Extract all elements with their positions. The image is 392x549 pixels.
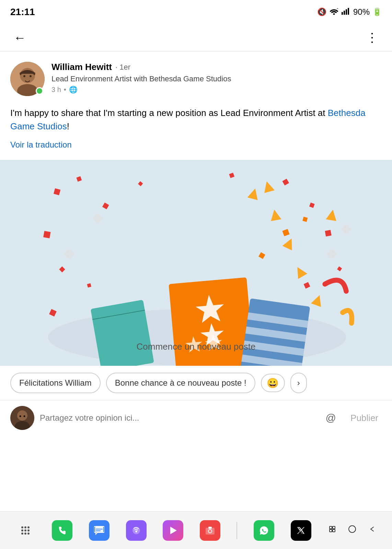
status-icons: 🔇 ⌃ 90% 🔋 [317, 7, 382, 17]
nav-back-icon[interactable] [367, 524, 377, 536]
svg-rect-4 [346, 9, 347, 15]
svg-rect-16 [43, 231, 51, 238]
reaction-chip-emoji[interactable]: 😀 [261, 374, 285, 392]
svg-rect-75 [208, 527, 212, 529]
online-indicator [36, 87, 43, 95]
svg-rect-22 [325, 230, 332, 236]
svg-point-66 [27, 533, 30, 535]
svg-rect-3 [344, 11, 345, 15]
signal-icon [342, 7, 350, 17]
svg-text:⌃: ⌃ [336, 8, 339, 11]
x-twitter-icon[interactable] [291, 520, 311, 541]
comment-input[interactable] [40, 413, 315, 423]
svg-point-80 [349, 526, 356, 533]
svg-rect-41 [169, 277, 254, 366]
svg-rect-78 [330, 529, 332, 532]
svg-point-61 [21, 529, 23, 532]
profile-meta: 3 h • 🌐 [51, 85, 382, 94]
profile-name-row: William Hewitt · 1er [51, 62, 382, 72]
phone-app-icon[interactable] [52, 520, 72, 541]
play-store-icon[interactable] [163, 520, 183, 541]
back-button[interactable]: ← [10, 27, 30, 48]
profile-name[interactable]: William Hewitt [51, 62, 112, 72]
svg-rect-69 [96, 530, 101, 531]
camera-app-icon[interactable] [200, 520, 220, 541]
comment-section: @ Publier [0, 400, 392, 435]
reaction-chip-bonne-chance[interactable]: Bonne chance à ce nouveau poste ! [106, 373, 255, 393]
svg-point-9 [23, 75, 25, 77]
profile-title: Lead Environment Artist with Bethesda Ga… [51, 74, 382, 83]
post-text-end: ! [67, 121, 69, 131]
svg-point-58 [21, 526, 23, 528]
svg-point-60 [27, 526, 30, 528]
svg-rect-5 [348, 8, 349, 15]
nav-bar: ← ⋮ [0, 24, 392, 51]
battery-text: 90% [353, 7, 370, 17]
globe-icon: 🌐 [69, 85, 78, 94]
svg-rect-68 [96, 529, 103, 529]
svg-marker-72 [170, 527, 177, 534]
profile-degree: · 1er [115, 63, 130, 72]
svg-rect-77 [333, 526, 335, 529]
apps-grid-icon[interactable] [15, 520, 36, 541]
wifi-icon: ⌃ [329, 7, 339, 17]
mute-icon: 🔇 [317, 8, 326, 16]
profile-info: William Hewitt · 1er Lead Environment Ar… [51, 62, 382, 94]
svg-point-54 [17, 410, 27, 421]
svg-rect-76 [330, 526, 332, 529]
svg-point-0 [333, 13, 335, 15]
publish-button[interactable]: Publier [347, 413, 382, 423]
svg-point-56 [20, 416, 21, 417]
bottom-nav [0, 511, 392, 549]
svg-point-63 [27, 529, 30, 532]
battery-icon: 🔋 [372, 8, 382, 16]
post-text: I'm happy to share that I'm starting a n… [0, 103, 392, 140]
reaction-chip-1-label: Félicitations William [19, 378, 92, 388]
voip-app-icon[interactable] [126, 520, 147, 541]
svg-point-64 [21, 533, 23, 535]
comment-input-container [40, 413, 315, 423]
translation-link[interactable]: Voir la traduction [0, 140, 392, 160]
reaction-chip-felicitations[interactable]: Félicitations William [10, 373, 101, 393]
reaction-emoji: 😀 [267, 377, 279, 389]
celebration-label: Commence un nouveau poste [137, 341, 256, 352]
profile-section: William Hewitt · 1er Lead Environment Ar… [0, 51, 392, 103]
nav-divider [237, 522, 237, 539]
svg-point-71 [135, 530, 137, 532]
reaction-chip-more[interactable]: › [290, 373, 307, 393]
messaging-app-icon[interactable] [89, 520, 109, 541]
nav-recents-icon[interactable] [327, 524, 337, 536]
at-icon[interactable]: @ [320, 412, 342, 424]
chevron-icon: › [297, 378, 300, 388]
more-button[interactable]: ⋮ [362, 27, 382, 48]
avatar-container [10, 62, 45, 96]
status-time: 21:11 [10, 7, 35, 17]
nav-home-icon[interactable] [347, 524, 357, 536]
dot-separator: • [64, 86, 66, 94]
time-ago: 3 h [51, 86, 61, 94]
post-text-start: I'm happy to share that I'm starting a n… [10, 108, 328, 118]
whatsapp-icon[interactable] [254, 520, 274, 541]
system-nav [327, 524, 377, 536]
comment-avatar [10, 406, 34, 430]
celebration-image: Commence un nouveau poste [0, 160, 392, 366]
svg-point-59 [24, 526, 26, 528]
svg-point-57 [24, 416, 25, 417]
svg-rect-73 [206, 528, 214, 534]
svg-rect-79 [333, 529, 335, 532]
svg-rect-2 [342, 12, 343, 15]
svg-point-10 [30, 75, 32, 77]
status-bar: 21:11 🔇 ⌃ 90% 🔋 [0, 0, 392, 24]
svg-point-65 [24, 533, 26, 535]
svg-point-62 [24, 529, 26, 532]
svg-rect-51 [91, 300, 154, 366]
quick-reactions: Félicitations William Bonne chance à ce … [0, 366, 392, 400]
reaction-chip-2-label: Bonne chance à ce nouveau poste ! [115, 378, 246, 388]
